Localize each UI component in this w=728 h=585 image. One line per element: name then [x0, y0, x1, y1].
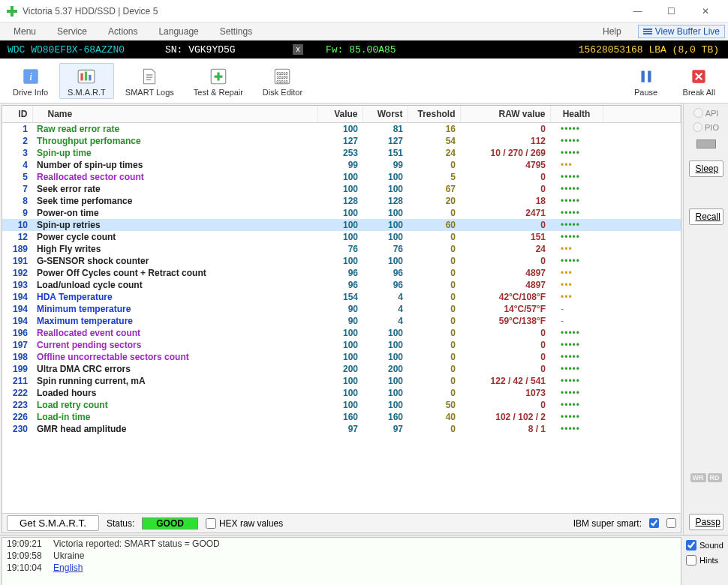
pause-button[interactable]: Pause	[624, 63, 669, 99]
pio-radio[interactable]: PIO	[693, 122, 719, 132]
menu-settings[interactable]: Settings	[209, 26, 263, 37]
table-row[interactable]: 12Power cycle count1001000151•••••	[2, 231, 681, 243]
col-id[interactable]: ID	[2, 106, 32, 123]
close-button[interactable]: ✕	[688, 1, 722, 22]
cell-name: Spin-up retries	[32, 219, 317, 231]
smart-table[interactable]: ID Name Value Worst Treshold RAW value H…	[2, 106, 681, 513]
menu-actions[interactable]: Actions	[98, 26, 148, 37]
table-row[interactable]: 198Offline uncorrectable sectors count10…	[2, 351, 681, 363]
logs-icon	[138, 65, 161, 88]
sound-checkbox[interactable]: Sound	[686, 540, 725, 550]
col-worst[interactable]: Worst	[362, 106, 408, 123]
cell-worst: 100	[362, 351, 408, 363]
smart-panel: ID Name Value Worst Treshold RAW value H…	[2, 105, 681, 533]
table-row[interactable]: 4Number of spin-up times999904795•••	[2, 159, 681, 171]
hex-raw-checkbox[interactable]: HEX raw values	[206, 518, 283, 529]
maximize-button[interactable]: ☐	[654, 1, 688, 22]
col-name[interactable]: Name	[32, 106, 317, 123]
cell-value: 90	[317, 315, 362, 327]
ibm-label: IBM super smart:	[573, 518, 642, 529]
table-row[interactable]: 191G-SENSOR shock counter10010000•••••	[2, 255, 681, 267]
table-row[interactable]: 189High Fly writes7676024•••	[2, 243, 681, 255]
minimize-button[interactable]: —	[621, 1, 654, 22]
ibm-checkbox[interactable]	[649, 518, 659, 528]
break-all-button[interactable]: Break All	[675, 63, 723, 99]
col-threshold[interactable]: Treshold	[408, 106, 460, 123]
table-row[interactable]: 9Power-on time10010002471•••••	[2, 207, 681, 219]
cell-id: 230	[2, 423, 32, 435]
right-panel: API PIO Sleep Recall WR RD Passp	[683, 104, 728, 535]
col-health[interactable]: Health	[550, 106, 603, 123]
cell-value: 160	[317, 411, 362, 423]
cell-health: •••	[550, 291, 603, 303]
table-row[interactable]: 194Maximum temperature904059°C/138°F-	[2, 315, 681, 327]
svg-rect-3	[81, 73, 83, 80]
table-row[interactable]: 223Load retry count100100500•••••	[2, 399, 681, 411]
table-row[interactable]: 196Reallocated event count10010000•••••	[2, 327, 681, 339]
menu-help[interactable]: Help	[592, 26, 632, 37]
table-row[interactable]: 194Minimum temperature904014°C/57°F-	[2, 303, 681, 315]
clear-sn-button[interactable]: x	[293, 44, 303, 55]
cell-health: •••••	[550, 171, 603, 183]
cell-name: Spin-up time	[32, 147, 317, 159]
table-row[interactable]: 2Throughput perfomance12712754112•••••	[2, 135, 681, 147]
cell-health: -	[550, 315, 603, 327]
log-row[interactable]: 19:10:04English	[2, 562, 681, 574]
passp-button[interactable]: Passp	[689, 514, 723, 530]
cell-health: •••••	[550, 219, 603, 231]
cell-worst: 100	[362, 387, 408, 399]
table-row[interactable]: 193Load/unload cycle count969604897•••	[2, 279, 681, 291]
cell-id: 198	[2, 351, 32, 363]
table-row[interactable]: 226Load-in time16016040102 / 102 / 2••••…	[2, 411, 681, 423]
cell-threshold: 50	[408, 399, 460, 411]
svg-rect-4	[85, 71, 87, 80]
hints-checkbox[interactable]: Hints	[686, 555, 725, 566]
table-row[interactable]: 194HDA Temperature1544042°C/108°F•••	[2, 291, 681, 303]
table-row[interactable]: 1Raw read error rate10081160•••••	[2, 123, 681, 136]
table-row[interactable]: 197Current pending sectors10010000•••••	[2, 339, 681, 351]
extra-checkbox[interactable]	[666, 518, 676, 528]
col-value[interactable]: Value	[317, 106, 362, 123]
cell-name: Ultra DMA CRC errors	[32, 363, 317, 375]
log-row[interactable]: 19:09:58Ukraine	[2, 550, 681, 562]
cell-threshold: 0	[408, 327, 460, 339]
log-list[interactable]: 19:09:21Victoria reported: SMART status …	[2, 537, 681, 585]
cell-name: Load/unload cycle count	[32, 279, 317, 291]
table-row[interactable]: 192Power Off Cycles count + Retract coun…	[2, 267, 681, 279]
tab-drive-info[interactable]: i Drive Info	[5, 63, 56, 99]
table-row[interactable]: 5Reallocated sector count10010050•••••	[2, 171, 681, 183]
tab-test-repair[interactable]: Test & Repair	[185, 63, 251, 99]
tab-smart[interactable]: S.M.A.R.T	[59, 63, 114, 99]
cell-name: Loaded hours	[32, 387, 317, 399]
log-row[interactable]: 19:09:21Victoria reported: SMART status …	[2, 538, 681, 550]
cell-threshold: 0	[408, 207, 460, 219]
view-buffer-live-button[interactable]: View Buffer Live	[638, 25, 725, 38]
menu-service[interactable]: Service	[47, 26, 98, 37]
sleep-button[interactable]: Sleep	[689, 160, 723, 177]
cell-worst: 151	[362, 147, 408, 159]
table-row[interactable]: 230GMR head amplitude979708 / 1•••••	[2, 423, 681, 435]
recall-button[interactable]: Recall	[689, 208, 723, 225]
table-row[interactable]: 222Loaded hours10010001073•••••	[2, 387, 681, 399]
table-row[interactable]: 199Ultra DMA CRC errors20020000•••••	[2, 363, 681, 375]
log-time: 19:09:21	[7, 538, 53, 549]
table-row[interactable]: 3Spin-up time2531512410 / 270 / 269•••••	[2, 147, 681, 159]
col-raw[interactable]: RAW value	[460, 106, 550, 123]
table-row[interactable]: 8Seek time perfomance1281282018•••••	[2, 195, 681, 207]
hamburger-icon	[643, 28, 652, 35]
titlebar: Victoria 5.37 HDD/SSD | Device 5 — ☐ ✕	[0, 0, 728, 22]
menu-language[interactable]: Language	[148, 26, 209, 37]
cell-worst: 100	[362, 207, 408, 219]
cell-value: 100	[317, 327, 362, 339]
table-row[interactable]: 10Spin-up retries100100600•••••	[2, 219, 681, 231]
tab-disk-editor[interactable]: 010101010001010 Disk Editor	[254, 63, 311, 99]
get-smart-button[interactable]: Get S.M.A.R.T.	[7, 515, 99, 531]
table-row[interactable]: 7Seek error rate100100670•••••	[2, 183, 681, 195]
cell-health: •••••	[550, 147, 603, 159]
api-radio[interactable]: API	[693, 108, 719, 118]
menu-menu[interactable]: Menu	[3, 26, 47, 37]
device-model: WDC WD80EFBX-68AZZN0	[0, 44, 158, 56]
app-icon	[6, 5, 18, 17]
tab-smart-logs[interactable]: SMART Logs	[117, 63, 182, 99]
table-row[interactable]: 211Spin running current, mA1001000122 / …	[2, 375, 681, 387]
